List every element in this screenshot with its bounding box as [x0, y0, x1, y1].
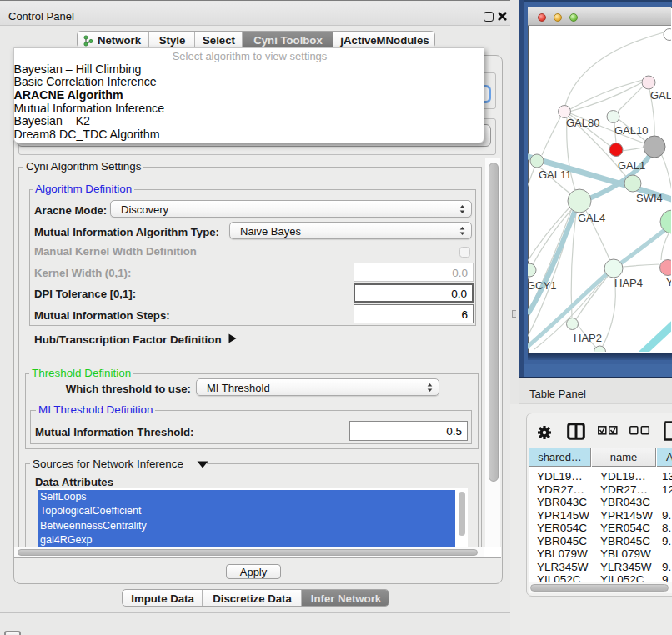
svg-text:GAL1: GAL1 — [618, 159, 645, 172]
svg-text:SWI4: SWI4 — [636, 192, 663, 204]
svg-text:Y: Y — [666, 276, 671, 288]
svg-text:GAL80: GAL80 — [566, 117, 599, 129]
svg-text:HAP2: HAP2 — [574, 332, 602, 344]
svg-text:GAL10: GAL10 — [614, 124, 648, 137]
svg-text:GAL4: GAL4 — [578, 212, 605, 224]
svg-text:GCY1: GCY1 — [528, 279, 556, 292]
svg-text:HAP4: HAP4 — [614, 277, 643, 289]
svg-text:GAL7: GAL7 — [650, 89, 671, 102]
svg-text:GAL11: GAL11 — [539, 168, 572, 181]
